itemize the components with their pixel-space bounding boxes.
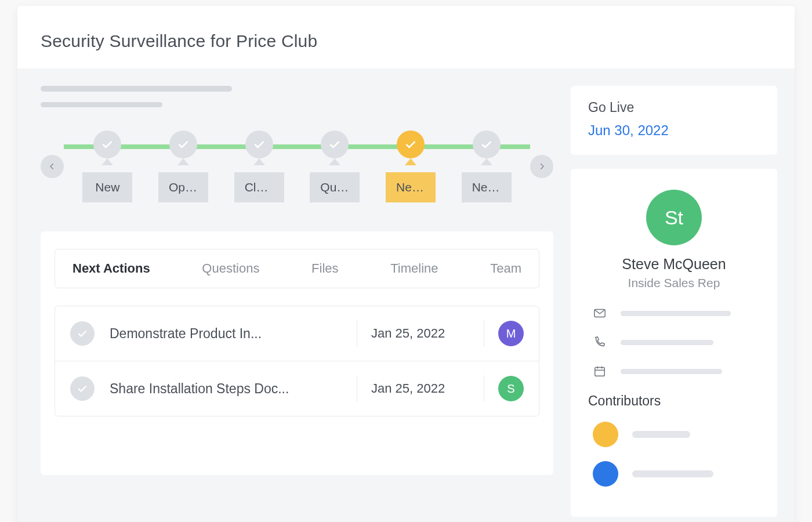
contact-phone-row <box>588 335 760 349</box>
stage-circle[interactable] <box>321 130 349 158</box>
action-row[interactable]: Demonstrate Product In...Jan 25, 2022M <box>55 306 539 361</box>
tabs-row: Next ActionsQuestionsFilesTimelineTeam <box>55 249 539 288</box>
divider <box>357 375 357 402</box>
check-icon <box>77 329 88 338</box>
right-column: Go Live Jun 30, 2022 St Steve McQueen In… <box>571 86 777 517</box>
stage[interactable]: New <box>70 130 146 202</box>
stage-label[interactable]: Clos.. <box>234 172 284 202</box>
owner-card: St Steve McQueen Inside Sales Rep <box>571 169 777 517</box>
title-bar: Security Surveillance for Price Club <box>17 6 795 68</box>
divider <box>484 375 484 402</box>
check-icon <box>253 140 265 149</box>
stage-label[interactable]: New <box>82 172 132 202</box>
owner-role: Inside Sales Rep <box>588 276 760 290</box>
check-icon <box>177 140 189 149</box>
stage-connector <box>102 158 113 165</box>
check-icon <box>77 385 88 393</box>
calendar-icon <box>593 364 607 378</box>
stage-label[interactable]: Need... <box>386 172 436 202</box>
email-icon <box>593 306 607 320</box>
tab-team[interactable]: Team <box>490 261 521 276</box>
check-icon <box>481 140 492 149</box>
tab-questions[interactable]: Questions <box>202 261 259 276</box>
phone-icon <box>593 335 607 349</box>
stage-prev-button[interactable] <box>41 155 64 178</box>
stage-connector <box>481 158 492 165</box>
action-check[interactable] <box>70 321 95 346</box>
contributor-row[interactable] <box>588 461 760 487</box>
action-title: Demonstrate Product In... <box>110 326 343 342</box>
owner-avatar[interactable]: St <box>646 190 702 245</box>
contributor-row[interactable] <box>588 422 760 447</box>
tab-next-actions[interactable]: Next Actions <box>72 261 150 276</box>
skeleton-line <box>621 311 731 316</box>
tab-files[interactable]: Files <box>311 261 338 276</box>
check-icon <box>329 140 340 149</box>
contact-calendar-row <box>588 364 760 378</box>
owner-name: Steve McQueen <box>588 256 760 273</box>
stage-connector <box>177 158 189 165</box>
stage-circle[interactable] <box>397 130 425 158</box>
check-icon <box>102 140 113 149</box>
chevron-right-icon <box>538 162 546 171</box>
stage-label[interactable]: Nego.... <box>462 172 512 202</box>
action-assignee-avatar[interactable]: S <box>498 376 524 401</box>
stage-connector <box>405 158 416 165</box>
stage-connector <box>253 158 265 165</box>
skeleton-line <box>41 102 162 107</box>
actions-table: Demonstrate Product In...Jan 25, 2022MSh… <box>55 306 539 416</box>
skeleton-line <box>632 470 713 477</box>
stage-label[interactable]: Quali.. <box>310 172 360 202</box>
stage-label[interactable]: Open <box>158 172 208 202</box>
skeleton-line <box>621 369 722 374</box>
action-row[interactable]: Share Installation Steps Doc...Jan 25, 2… <box>55 361 539 416</box>
stage-circle[interactable] <box>245 130 273 158</box>
golive-label: Go Live <box>588 100 760 115</box>
stage-circle[interactable] <box>93 130 121 158</box>
skeleton-line <box>41 86 232 92</box>
golive-card: Go Live Jun 30, 2022 <box>571 86 777 155</box>
skeleton-line <box>632 431 690 438</box>
action-title: Share Installation Steps Doc... <box>110 381 343 397</box>
stage[interactable]: Clos.. <box>221 130 297 202</box>
contributors-heading: Contributors <box>588 393 760 409</box>
action-assignee-avatar[interactable]: M <box>498 321 524 346</box>
page-title: Security Surveillance for Price Club <box>41 31 771 51</box>
contributors-list <box>588 422 760 487</box>
stage-circle[interactable] <box>473 130 501 158</box>
svg-rect-1 <box>595 368 605 376</box>
check-icon <box>405 140 416 149</box>
contact-email-row <box>588 306 760 320</box>
stage[interactable]: Nego.... <box>448 130 524 202</box>
action-date: Jan 25, 2022 <box>371 381 470 396</box>
contributor-avatar[interactable] <box>593 461 618 487</box>
stage-track: NewOpenClos..Quali..Need...Nego.... <box>41 130 553 202</box>
divider <box>484 320 484 347</box>
deal-card: Security Surveillance for Price Club New… <box>17 6 795 522</box>
golive-date[interactable]: Jun 30, 2022 <box>588 122 760 139</box>
stage[interactable]: Open <box>146 130 222 202</box>
stage-circle[interactable] <box>169 130 197 158</box>
skeleton-line <box>621 340 713 345</box>
stage[interactable]: Quali.. <box>297 130 373 202</box>
divider <box>357 320 357 347</box>
chevron-left-icon <box>48 162 56 171</box>
action-date: Jan 25, 2022 <box>371 326 470 341</box>
contributor-avatar[interactable] <box>593 422 618 447</box>
left-column: NewOpenClos..Quali..Need...Nego.... Next… <box>41 86 553 517</box>
content-area: NewOpenClos..Quali..Need...Nego.... Next… <box>17 68 795 522</box>
stage-connector <box>329 158 340 165</box>
stage-next-button[interactable] <box>530 155 553 178</box>
tab-timeline[interactable]: Timeline <box>390 261 438 276</box>
stage[interactable]: Need... <box>373 130 449 202</box>
tabs-card: Next ActionsQuestionsFilesTimelineTeam D… <box>41 231 553 475</box>
stages: NewOpenClos..Quali..Need...Nego.... <box>64 130 530 202</box>
action-check[interactable] <box>70 376 95 401</box>
